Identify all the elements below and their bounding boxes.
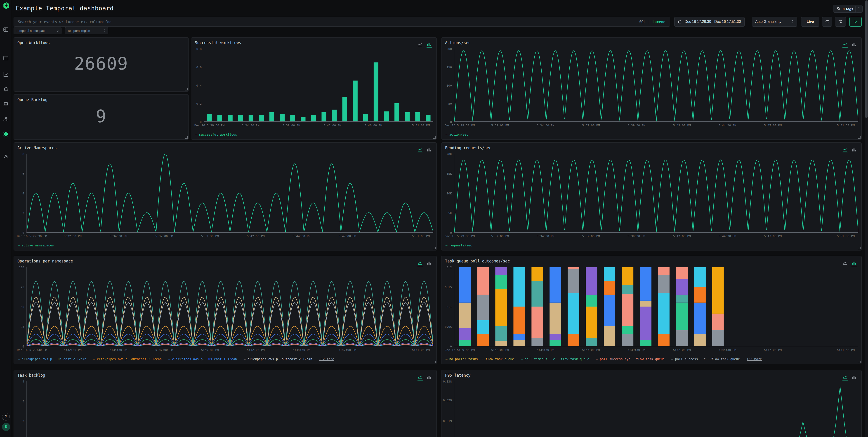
panel-title: Actions/sec — [445, 40, 471, 45]
hyperdx-logo[interactable] — [2, 2, 10, 9]
x-tick-label: Dec 16 5:29:30 PM — [445, 235, 475, 238]
help-button[interactable]: ? — [2, 413, 10, 420]
legend-swatch: — — [18, 357, 20, 361]
line-chart-toggle-icon[interactable] — [417, 148, 423, 153]
legend-item[interactable]: —clickpipes-aws-p..-us-east-1.12c4n — [168, 357, 237, 361]
line-chart-toggle-icon[interactable] — [842, 148, 848, 153]
temporal-namespace-select[interactable]: Temporal namespace — [13, 27, 61, 34]
resize-handle[interactable] — [433, 136, 436, 138]
legend-item[interactable]: —clickpipes-aws-p..outheast-2.12c4n — [244, 357, 312, 361]
legend-item[interactable]: —clickpipes-aws-p..-us-east-2.12c4n — [18, 357, 86, 361]
legend-label: active namespaces — [22, 244, 54, 247]
line-chart-toggle-icon[interactable] — [417, 261, 423, 266]
resize-handle[interactable] — [433, 361, 436, 363]
refresh-button[interactable] — [822, 17, 832, 27]
avatar[interactable]: D — [2, 423, 10, 431]
legend-swatch: — — [521, 357, 523, 361]
bar-chart-toggle-icon[interactable] — [427, 148, 432, 153]
table-icon[interactable] — [3, 55, 9, 61]
kebab-menu-button[interactable] — [855, 5, 863, 13]
bar-chart-toggle-icon[interactable] — [851, 42, 857, 48]
legend-item[interactable]: —active namespaces — [18, 244, 54, 247]
chevron-up-down-icon — [57, 29, 59, 32]
legend-item[interactable]: —poll_success · c..-flow-task-queue — [671, 357, 740, 361]
plot-area[interactable] — [26, 154, 433, 232]
line-chart-toggle-icon[interactable] — [842, 42, 848, 48]
resize-handle[interactable] — [185, 88, 188, 90]
page-scrollbar[interactable] — [865, 0, 868, 437]
x-tick-label: 5:37:00 PM — [582, 348, 600, 351]
service-map-icon[interactable] — [3, 116, 9, 122]
laptop-icon[interactable] — [3, 101, 9, 107]
line-chart-toggle-icon[interactable] — [417, 375, 423, 380]
resize-handle[interactable] — [858, 136, 861, 138]
line-chart-toggle-icon[interactable] — [842, 375, 848, 380]
chevron-up-down-icon — [791, 20, 794, 24]
plot-area[interactable] — [454, 267, 858, 346]
resize-handle[interactable] — [185, 136, 188, 138]
run-query-button[interactable] — [849, 17, 862, 27]
x-tick-label: 5:47:00 PM — [338, 348, 356, 351]
y-tick-label: 2 — [22, 419, 24, 423]
legend-item[interactable]: —action/sec — [445, 133, 468, 136]
tag-icon — [837, 7, 841, 11]
x-tick-label: 5:44:30 PM — [293, 348, 310, 351]
dashboards-icon[interactable] — [3, 131, 9, 137]
legend-item[interactable]: —requests/sec — [445, 244, 472, 247]
plot-area[interactable] — [204, 49, 433, 122]
query-language-toggle[interactable]: SQL | Lucene — [639, 20, 670, 24]
gear-icon[interactable] — [3, 153, 9, 159]
legend-more-link[interactable]: +12 more — [319, 357, 334, 361]
page-title: Example Temporal dashboard — [16, 5, 114, 12]
resize-handle[interactable] — [433, 247, 436, 249]
y-axis-labels: 0255075100 — [17, 267, 25, 346]
y-tick-label: 0.6 — [196, 65, 202, 69]
bar-chart-toggle-icon[interactable] — [851, 375, 857, 380]
sql-toggle[interactable]: SQL — [639, 20, 646, 24]
y-tick-label: 8 — [22, 152, 24, 156]
granularity-select[interactable]: Auto Granularity — [752, 17, 797, 27]
legend-item[interactable]: —clickpipes-aws-p..outheast-2.12c4n — [93, 357, 162, 361]
bar-chart-toggle-icon[interactable] — [851, 261, 857, 266]
x-tick-label: 5:34:30 PM — [537, 348, 554, 351]
panel-left-icon[interactable] — [3, 27, 9, 33]
plot-area[interactable] — [454, 381, 858, 437]
resize-handle[interactable] — [858, 361, 861, 363]
tags-button[interactable]: 0 Tags — [833, 5, 857, 13]
legend-item[interactable]: —poll_success_syn..-flow-task-queue — [596, 357, 664, 361]
plot-area[interactable] — [26, 267, 433, 346]
legend-more-link[interactable]: +56 more — [747, 357, 762, 361]
plot-area[interactable] — [26, 381, 433, 437]
filter-button[interactable] — [835, 17, 846, 27]
legend-item[interactable]: —no_poller_tasks ..-flow-task-queue — [445, 357, 514, 361]
line-chart-toggle-icon[interactable] — [842, 261, 848, 266]
chart-type-toggle — [842, 148, 857, 153]
y-tick-label: 150 — [447, 65, 452, 69]
lucene-toggle[interactable]: Lucene — [652, 20, 665, 24]
time-range-button[interactable]: Dec 16 17:29:30 - Dec 16 17:51:30 — [674, 17, 745, 27]
legend-item[interactable]: —poll_timeout · c..-flow-task-queue — [521, 357, 589, 361]
scrollbar-thumb[interactable] — [865, 0, 868, 118]
chart-icon[interactable] — [3, 71, 9, 77]
legend-swatch: — — [671, 357, 673, 361]
bar-chart-toggle-icon[interactable] — [427, 42, 432, 48]
y-tick-label: 200 — [447, 47, 452, 51]
search-input[interactable] — [14, 17, 639, 27]
x-tick-label: 5:34:30 PM — [537, 124, 554, 127]
resize-handle[interactable] — [858, 247, 861, 249]
legend-swatch: — — [445, 357, 447, 361]
x-tick-label: 5:32:00 PM — [491, 348, 509, 351]
bar-chart-toggle-icon[interactable] — [427, 375, 432, 380]
live-button[interactable]: Live — [801, 17, 819, 27]
temporal-region-select[interactable]: Temporal region — [65, 27, 108, 34]
y-tick-label: 0 — [450, 345, 452, 348]
y-tick-label: 0.038 — [443, 380, 452, 383]
legend-item[interactable]: —successful workflows — [195, 133, 237, 136]
plot-area[interactable] — [454, 154, 858, 232]
plot-area[interactable] — [454, 49, 858, 122]
bar-chart-toggle-icon[interactable] — [427, 261, 432, 266]
bell-icon[interactable] — [3, 86, 9, 92]
line-chart-toggle-icon[interactable] — [417, 42, 423, 48]
bar-chart-toggle-icon[interactable] — [851, 148, 857, 153]
y-tick-label: 0 — [450, 231, 452, 235]
